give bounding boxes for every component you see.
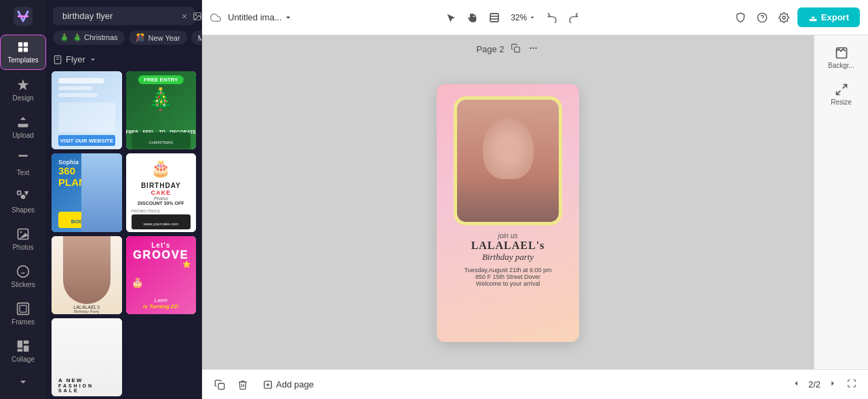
svg-point-6 — [21, 195, 26, 200]
template-card[interactable]: Sophia 360PLANS BOOK NOW — [52, 153, 122, 231]
shield-icon — [735, 12, 746, 23]
next-page-icon — [828, 379, 837, 388]
svg-point-11 — [18, 266, 29, 278]
visual-search-button[interactable] — [193, 12, 202, 21]
next-page-button[interactable] — [826, 377, 840, 392]
template-card[interactable]: VISIT OUR WEBSITE — [52, 71, 122, 149]
svg-rect-4 — [24, 48, 28, 52]
templates-grid: VISIT OUR WEBSITE FREE ENTRY 🎄 FREE - FE… — [46, 69, 201, 399]
duplicate-page-icon — [214, 379, 225, 390]
fullscreen-button[interactable] — [845, 377, 859, 392]
layout-button[interactable] — [486, 10, 502, 26]
templates-panel: 🎄 🎄 Christmas 🎊 New Year M Flyer — [46, 0, 202, 399]
delete-icon — [237, 379, 248, 390]
sidebar-item-upload[interactable]: Upload — [0, 110, 46, 145]
flyer-section-header[interactable]: Flyer — [46, 50, 201, 69]
sidebar-item-text[interactable]: Text — [0, 147, 46, 182]
clear-search-button[interactable] — [180, 12, 189, 20]
svg-rect-14 — [18, 303, 29, 315]
add-page-icon — [263, 380, 273, 390]
hand-tool-button[interactable] — [465, 10, 481, 26]
duplicate-page-button[interactable] — [212, 377, 228, 393]
sidebar-item-photos[interactable]: Photos — [0, 222, 46, 256]
template-card[interactable]: LALALAEL's Birthday Party — [52, 236, 122, 314]
right-panel: Backgr... Resize — [814, 35, 868, 369]
layout-icon — [489, 12, 500, 23]
welcome-text: Welcome to your arrival — [446, 280, 570, 287]
svg-point-35 — [783, 16, 785, 19]
hand-icon — [467, 12, 478, 23]
svg-rect-37 — [515, 47, 520, 52]
svg-rect-16 — [18, 341, 23, 348]
svg-point-40 — [536, 48, 537, 49]
prev-page-icon — [791, 379, 801, 388]
page-duplicate-icon-btn[interactable] — [510, 42, 522, 56]
category-more[interactable]: M — [191, 31, 201, 45]
sidebar-item-upload-label: Upload — [12, 132, 34, 139]
sidebar-item-stickers[interactable]: Stickers — [0, 259, 46, 294]
svg-rect-42 — [218, 383, 224, 390]
category-new-year[interactable]: 🎊 New Year — [129, 31, 187, 45]
add-page-label: Add page — [276, 379, 314, 390]
redo-button[interactable] — [566, 10, 582, 26]
left-sidebar: Templates Design Upload Text Shapes Phot… — [0, 0, 46, 399]
resize-panel-item[interactable]: Resize — [814, 77, 868, 111]
toolbar-tools: 32% — [443, 10, 582, 26]
select-tool-button[interactable] — [443, 10, 459, 26]
flyer-chevron-icon — [89, 56, 97, 64]
help-icon — [757, 12, 768, 23]
sidebar-item-design[interactable]: Design — [0, 73, 46, 107]
undo-button[interactable] — [544, 10, 560, 26]
svg-point-10 — [20, 231, 22, 233]
document-title[interactable]: Untitled ima... — [228, 12, 292, 22]
svg-marker-8 — [24, 191, 29, 196]
canvas-area: Page 2 join us LALALAEL's Birthday party… — [202, 35, 814, 369]
sidebar-item-collage-label: Collage — [12, 356, 35, 363]
sidebar-item-photos-label: Photos — [12, 244, 33, 251]
background-panel-item[interactable]: Backgr... — [814, 41, 868, 75]
template-card[interactable]: 🎂 BIRTHDAY CAKE Promo DISCOUNT 30% OFF P… — [126, 153, 197, 231]
flyer-label: Flyer — [66, 54, 85, 64]
category-christmas[interactable]: 🎄 🎄 Christmas — [53, 31, 125, 45]
sidebar-collapse-btn[interactable] — [15, 371, 31, 394]
prev-page-button[interactable] — [789, 377, 803, 392]
settings-button[interactable] — [776, 10, 792, 26]
delete-page-button[interactable] — [235, 377, 251, 393]
page-info: 2/2 — [808, 379, 821, 390]
resize-icon — [835, 83, 848, 96]
bottom-bar: Add page 2/2 — [202, 369, 868, 399]
undo-icon — [547, 12, 557, 23]
sidebar-item-stickers-label: Stickers — [11, 281, 35, 288]
date-text: Tuesday,August 21th at 6:00 pm — [446, 267, 570, 273]
background-label: Backgr... — [828, 62, 854, 69]
page-more-options-btn[interactable] — [528, 42, 540, 56]
sidebar-item-collage[interactable]: Collage — [0, 334, 46, 368]
template-card[interactable]: A NEW FASHION SALE — [52, 318, 122, 396]
main-area: Untitled ima... 32% — [202, 0, 868, 399]
background-icon — [835, 46, 848, 60]
template-card[interactable]: Let's GROOVE Laleh is Turning 22! 🎂 ⭐ — [126, 236, 197, 314]
toolbar-right: Export — [732, 7, 860, 27]
svg-point-38 — [530, 48, 531, 49]
party-label-text: Birthday party — [446, 252, 570, 263]
svg-rect-30 — [490, 14, 498, 22]
sidebar-item-shapes[interactable]: Shapes — [0, 185, 46, 219]
zoom-button[interactable]: 32% — [508, 10, 538, 25]
add-page-button[interactable]: Add page — [258, 376, 319, 393]
select-icon — [446, 12, 456, 23]
join-us-text: join us — [446, 232, 570, 240]
svg-rect-19 — [18, 349, 23, 352]
sidebar-item-templates[interactable]: Templates — [0, 35, 46, 70]
export-button[interactable]: Export — [797, 7, 860, 27]
help-button[interactable] — [754, 10, 770, 26]
flyer-icon — [53, 55, 62, 64]
sidebar-item-text-label: Text — [17, 169, 29, 176]
sidebar-item-frames[interactable]: Frames — [0, 297, 46, 331]
search-input[interactable] — [62, 11, 176, 21]
app-logo[interactable] — [12, 5, 34, 26]
shield-button[interactable] — [732, 10, 749, 26]
svg-rect-2 — [24, 42, 28, 46]
svg-rect-3 — [18, 48, 22, 52]
cloud-icon — [210, 12, 221, 23]
template-card[interactable]: FREE ENTRY 🎄 FREE - FEEL - TO - DECORATE… — [126, 71, 197, 149]
